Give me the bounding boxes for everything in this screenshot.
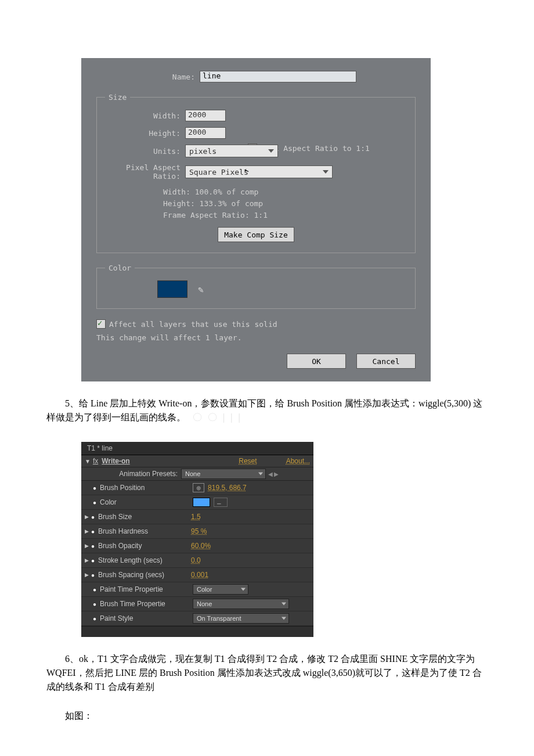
property-value[interactable]: 0.0 — [191, 556, 201, 564]
paragraph-5: 5、给 Line 层加上特效 Write-on，参数设置如下图，给 Brush … — [46, 398, 482, 422]
keyframe-stopwatch-icon[interactable]: ● — [93, 586, 96, 593]
crosshair-icon[interactable]: ⊕ — [193, 483, 204, 492]
info-width: Width: 100.0% of comp — [163, 186, 407, 198]
chevron-down-icon — [323, 170, 329, 174]
par-value: Square Pixels — [189, 168, 248, 177]
property-name: Stroke Length (secs) — [98, 556, 191, 564]
property-name: Paint Time Propertie — [100, 585, 193, 593]
property-row: ▶●Stroke Length (secs)0.0 — [81, 553, 313, 568]
property-row: ▶●Brush Spacing (secs)0.001 — [81, 568, 313, 582]
par-select[interactable]: Square Pixels ↖ — [185, 165, 333, 178]
panel-footer — [81, 626, 313, 637]
chevron-down-icon — [268, 149, 274, 153]
property-row: ●Paint StyleOn Transparent — [81, 611, 313, 626]
width-input[interactable]: 2000 — [185, 110, 226, 121]
name-input[interactable]: line — [200, 71, 356, 82]
chevron-down-icon — [282, 617, 286, 620]
size-group: Size Width: 2000 Height: 2000 Lock Aspec… — [96, 93, 416, 253]
keyframe-stopwatch-icon[interactable]: ● — [91, 557, 95, 564]
paragraph-6: 6、ok，T1 文字合成做完，现在复制 T1 合成得到 T2 合成，修改 T2 … — [46, 652, 488, 694]
size-legend: Size — [105, 93, 130, 102]
property-row: ●Paint Time PropertieColor — [81, 582, 313, 597]
units-label: Units: — [105, 147, 185, 156]
height-label: Height: — [105, 129, 185, 138]
property-name: Brush Opacity — [98, 542, 191, 550]
twirl-right-icon[interactable]: ▶ — [85, 543, 89, 549]
property-select[interactable]: Color — [193, 584, 248, 595]
presets-value: None — [185, 470, 200, 477]
property-row: ●Brush Time PropertieNone — [81, 597, 313, 611]
fx-icon: fx — [93, 457, 98, 465]
par-label: Pixel Aspect Ratio: — [105, 163, 185, 181]
presets-select[interactable]: None — [181, 469, 266, 479]
property-value[interactable]: 1.5 — [191, 513, 201, 521]
property-row: ▶●Brush Opacity60.0% — [81, 539, 313, 553]
about-link[interactable]: About... — [286, 457, 310, 465]
cancel-button[interactable]: Cancel — [356, 354, 416, 369]
presets-label: Animation Presets: — [85, 470, 181, 478]
twirl-right-icon[interactable]: ▶ — [85, 572, 89, 578]
width-label: Width: — [105, 111, 185, 120]
keyframe-stopwatch-icon[interactable]: ● — [93, 499, 96, 506]
chevron-down-icon — [241, 588, 246, 591]
property-row: ●Color — [81, 495, 313, 510]
make-comp-size-button[interactable]: Make Comp Size — [218, 227, 294, 242]
keyframe-stopwatch-icon[interactable]: ● — [93, 601, 96, 607]
keyframe-stopwatch-icon[interactable]: ● — [91, 514, 95, 520]
twirl-right-icon[interactable]: ▶ — [85, 514, 89, 520]
preset-prev-icon[interactable]: ◀ — [268, 471, 273, 477]
eyedropper-icon[interactable]: ✎ — [194, 283, 207, 296]
property-row: ●Brush Position⊕819.5, 686.7 — [81, 481, 313, 495]
property-select[interactable]: None — [193, 599, 289, 609]
property-name: Paint Style — [100, 614, 193, 622]
color-swatch[interactable] — [157, 280, 187, 298]
property-value: Color — [197, 586, 212, 593]
affect-info: This change will affect 1 layer. — [96, 333, 416, 342]
keyframe-stopwatch-icon[interactable]: ● — [91, 572, 95, 578]
property-select[interactable]: On Transparent — [193, 613, 289, 624]
reset-link[interactable]: Reset — [239, 457, 257, 465]
keyframe-stopwatch-icon[interactable]: ● — [91, 528, 95, 535]
units-select[interactable]: pixels — [185, 145, 278, 157]
effect-controls-panel: T1 * line ▼ fx Write-on Reset About... A… — [81, 442, 313, 637]
info-height: Height: 133.3% of comp — [163, 198, 407, 210]
property-value: On Transparent — [197, 615, 241, 622]
property-value[interactable]: 0.001 — [191, 571, 208, 579]
eyedropper-icon[interactable] — [214, 498, 228, 507]
property-value: None — [197, 600, 212, 607]
ok-button[interactable]: OK — [287, 354, 346, 369]
property-value[interactable]: 60.0% — [191, 542, 211, 550]
affect-all-label: Affect all layers that use this solid — [109, 320, 277, 329]
twirl-down-icon[interactable]: ▼ — [85, 458, 91, 465]
chevron-down-icon — [258, 473, 263, 476]
keyframe-stopwatch-icon[interactable]: ● — [91, 543, 95, 549]
color-swatch[interactable] — [193, 498, 210, 507]
property-row: ▶●Brush Size1.5 — [81, 510, 313, 524]
watermark: 〇〇||| — [193, 412, 246, 422]
paragraph-7: 如图： — [46, 709, 488, 723]
color-group: Color ✎ — [96, 264, 416, 309]
solid-settings-dialog: Name: line Size Width: 2000 Height: 2000… — [81, 58, 431, 381]
height-input[interactable]: 2000 — [185, 127, 226, 139]
property-name: Brush Position — [100, 484, 193, 492]
property-row: ▶●Brush Hardness95 % — [81, 524, 313, 539]
property-name: Brush Spacing (secs) — [98, 571, 191, 579]
keyframe-stopwatch-icon[interactable]: ● — [93, 485, 96, 491]
keyframe-stopwatch-icon[interactable]: ● — [93, 615, 96, 622]
twirl-right-icon[interactable]: ▶ — [85, 557, 89, 563]
panel-tab[interactable]: T1 * line — [81, 442, 313, 455]
twirl-right-icon[interactable]: ▶ — [85, 528, 89, 534]
affect-all-checkbox[interactable] — [96, 319, 106, 329]
effect-name[interactable]: Write-on — [102, 457, 129, 465]
preset-next-icon[interactable]: ▶ — [274, 471, 279, 477]
name-label: Name: — [96, 73, 200, 81]
property-name: Brush Time Propertie — [100, 600, 193, 608]
chevron-down-icon — [282, 603, 286, 606]
property-name: Brush Hardness — [98, 527, 191, 535]
units-value: pixels — [189, 147, 217, 156]
property-value[interactable]: 819.5, 686.7 — [208, 484, 247, 492]
property-name: Brush Size — [98, 513, 191, 521]
info-frame-aspect: Frame Aspect Ratio: 1:1 — [163, 210, 407, 221]
property-value[interactable]: 95 % — [191, 527, 207, 535]
color-legend: Color — [105, 264, 135, 272]
